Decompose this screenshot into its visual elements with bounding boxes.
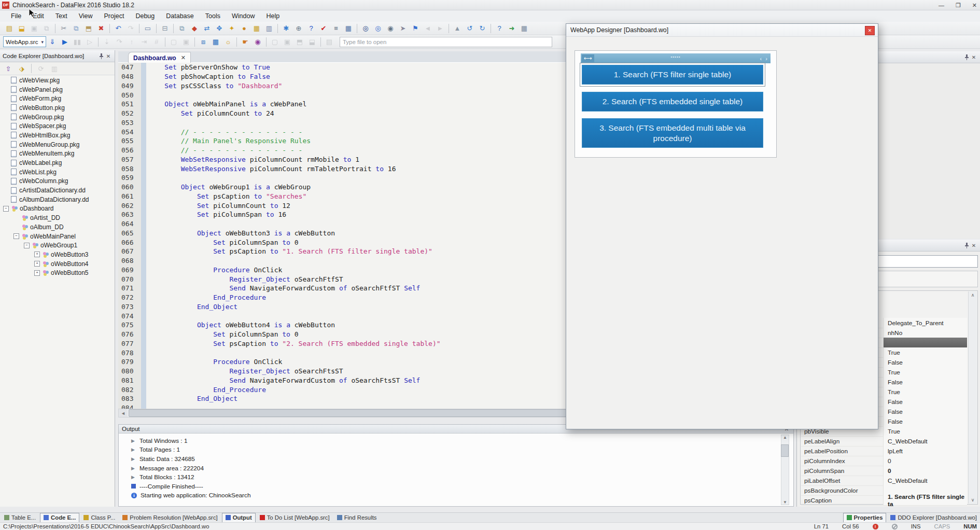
tree-item-owebmainpanel[interactable]: −oWebMainPanel <box>0 232 115 241</box>
property-value[interactable]: C_WebDefault <box>883 436 967 446</box>
help-question-icon[interactable]: ? <box>305 23 317 34</box>
property-value[interactable]: C_WebDefault <box>883 476 967 485</box>
output-line[interactable]: ▶Total Blocks : 13412 <box>119 472 793 482</box>
property-value[interactable]: True <box>883 347 967 357</box>
property-value[interactable]: False <box>883 397 967 407</box>
target-icon[interactable]: ⊕ <box>292 23 305 34</box>
menu-text[interactable]: Text <box>50 11 73 21</box>
designer-button-1[interactable]: 1. Search (FTS filter single table) <box>582 65 763 85</box>
tree-item-cweblist-pkg[interactable]: +cWebList.pkg <box>0 168 115 177</box>
output-line[interactable]: iStarting web application: ChinookSearch <box>119 491 793 500</box>
tree-item-cwebgroup-pkg[interactable]: +cWebGroup.pkg <box>0 113 115 122</box>
refresh-icon[interactable]: ↻ <box>476 23 488 34</box>
scroll-down-icon[interactable]: ∨ <box>971 497 975 503</box>
step-into-icon[interactable]: ⇣ <box>101 36 113 48</box>
designer-button-3[interactable]: 3. Search (FTS embedded multi table via … <box>582 118 763 148</box>
output-line[interactable]: ----Compile Finished---- <box>119 482 793 491</box>
bottom-tab-table-e-[interactable]: Table E... <box>1 513 39 522</box>
property-value[interactable]: Delegate_To_Parent <box>883 318 967 328</box>
window-3-icon[interactable]: ⬒ <box>293 36 306 48</box>
redo-icon[interactable]: ↷ <box>124 23 137 34</box>
designer-title-bar[interactable]: WebApp Designer [Dashboard.wo] ✕ <box>566 24 878 37</box>
open-file-icon[interactable]: ⬓ <box>16 23 28 34</box>
window-2-icon[interactable]: ▣ <box>281 36 293 48</box>
breakpoint-icon[interactable]: # <box>150 36 163 48</box>
property-value[interactable]: False <box>883 377 967 387</box>
output-line[interactable]: ▶Message area : 222204 <box>119 464 793 473</box>
menu-view[interactable]: View <box>73 11 99 21</box>
property-row-pilabeloffset[interactable]: piLabelOffsetC_WebDefault <box>801 476 967 486</box>
paste-icon[interactable]: ⬒ <box>82 23 95 34</box>
property-value[interactable] <box>883 338 967 347</box>
close-button[interactable]: ✕ <box>972 2 977 9</box>
palette-icon[interactable]: ● <box>238 23 250 34</box>
property-row-pelabelposition[interactable]: peLabelPositionlpLeft <box>801 446 967 456</box>
lock-icon[interactable]: ▲ <box>451 23 464 34</box>
property-value[interactable]: True <box>883 426 967 436</box>
designer-button-2[interactable]: 2. Search (FTS embedded single table) <box>582 92 763 111</box>
window-1-icon[interactable]: ▢ <box>269 36 281 48</box>
output-line[interactable]: ▶Total Windows : 1 <box>119 436 793 445</box>
todo-check-icon[interactable]: ✔ <box>317 23 330 34</box>
docs-icon[interactable]: ▥ <box>263 23 275 34</box>
new-file-icon[interactable]: ▤ <box>3 23 16 34</box>
copy-icon[interactable]: ⧉ <box>70 23 82 34</box>
menu-window[interactable]: Window <box>226 11 260 21</box>
component-wizard-icon[interactable]: ✦ <box>226 23 238 34</box>
scroll-up-icon[interactable]: ▲ <box>783 435 787 440</box>
stop-icon[interactable]: ▢ <box>167 36 180 48</box>
maximize-button[interactable]: ❐ <box>956 2 961 9</box>
workspace-icon[interactable]: ◆ <box>188 23 201 34</box>
property-value[interactable]: nhNo <box>883 328 967 338</box>
tab-close-icon[interactable]: ✕ <box>181 54 186 61</box>
pan-hand-icon[interactable]: ☛ <box>239 36 251 48</box>
tree-item-cwebview-pkg[interactable]: +cWebView.pkg <box>0 76 115 85</box>
menu-help[interactable]: Help <box>260 11 285 21</box>
compile-all-icon[interactable]: ✱ <box>280 23 292 34</box>
layers-icon[interactable]: ⬗ <box>16 63 28 74</box>
file-open-input[interactable]: Type file to open <box>340 37 552 47</box>
pin-icon[interactable] <box>963 53 970 61</box>
tree-item-cweblabel-pkg[interactable]: +cWebLabel.pkg <box>0 158 115 168</box>
scroll-up-icon[interactable]: ∧ <box>971 292 975 298</box>
object-browser-icon[interactable]: ✥ <box>213 23 226 34</box>
copy-component-icon[interactable]: ⧉ <box>176 23 188 34</box>
menu-tools[interactable]: Tools <box>200 11 226 21</box>
property-value[interactable]: True <box>883 387 967 397</box>
designer-close-button[interactable]: ✕ <box>865 26 875 35</box>
menu-database[interactable]: Database <box>160 11 200 21</box>
tree-item-calbumdatadictionary-dd[interactable]: +cAlbumDataDictionary.dd <box>0 195 115 204</box>
run-to-cursor-icon[interactable]: ⇥ <box>138 36 150 48</box>
property-value[interactable]: 0 <box>883 466 967 476</box>
scroll-left-icon[interactable]: ◄ <box>119 409 128 417</box>
designer-group-header[interactable]: ⟷ ••••• ‹ › <box>581 53 771 63</box>
refresh-tree-icon[interactable]: ⟳ <box>35 63 47 74</box>
data-dictionary-icon[interactable]: ▦ <box>209 36 222 48</box>
list-icon[interactable]: ≡ <box>330 23 342 34</box>
tree-item-cwebspacer-pkg[interactable]: +cWebSpacer.pkg <box>0 121 115 131</box>
property-row-picolumnindex[interactable]: piColumnIndex0 <box>801 456 967 466</box>
output-line[interactable]: ▶Total Pages : 1 <box>119 445 793 455</box>
close-panel-icon[interactable]: ✕ <box>105 52 112 60</box>
tree-item-owebbutton3[interactable]: +oWebButton3 <box>0 250 115 259</box>
tree-item-cwebmenugroup-pkg[interactable]: +cWebMenuGroup.pkg <box>0 140 115 149</box>
bottom-tab-class-p-[interactable]: Class P... <box>80 513 118 522</box>
tree-item-cwebpanel-pkg[interactable]: +cWebPanel.pkg <box>0 85 115 94</box>
tab-dashboard-wo[interactable]: Dashboard.wo ✕ <box>128 52 191 63</box>
compile-icon[interactable]: ⇓ <box>46 36 59 48</box>
pin-icon[interactable] <box>963 242 970 249</box>
close-panel-icon[interactable]: ✕ <box>970 53 977 61</box>
property-value[interactable]: lpLeft <box>883 446 967 456</box>
pin-icon[interactable] <box>97 52 105 60</box>
tree-item-cartistdatadictionary-dd[interactable]: +cArtistDataDictionary.dd <box>0 186 115 195</box>
collapse-icon[interactable]: − <box>13 233 19 239</box>
property-value[interactable]: 1. Search (FTS filter single ta <box>883 495 967 505</box>
bottom-tab-problem-resolution-webapp-src-[interactable]: Problem Resolution [WebApp.src] <box>119 513 220 522</box>
tree-item-owebbutton5[interactable]: +oWebButton5 <box>0 268 115 277</box>
menu-project[interactable]: Project <box>99 11 130 21</box>
expand-icon[interactable]: + <box>34 270 40 276</box>
help-icon[interactable]: ? <box>493 23 506 34</box>
replace-icon[interactable]: ◉ <box>384 23 397 34</box>
property-row-pelabelalign[interactable]: peLabelAlignC_WebDefault <box>801 436 967 447</box>
minimize-button[interactable]: — <box>939 2 944 8</box>
